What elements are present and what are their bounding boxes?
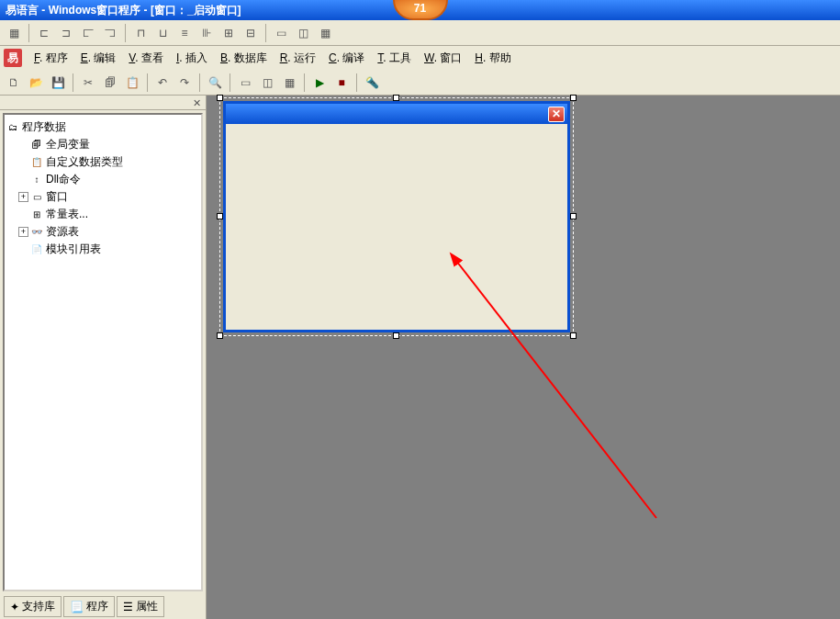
undo-icon[interactable]: ↶	[152, 73, 173, 93]
app-title: 易语言 - Windows窗口程序 - [窗口：_启动窗口]	[6, 3, 241, 18]
sidebar-close-icon[interactable]: ✕	[191, 97, 202, 108]
save-icon[interactable]: 💾	[48, 73, 68, 93]
tool-panel-icon[interactable]: ▦	[4, 23, 24, 43]
run-icon[interactable]: ▶	[309, 73, 330, 93]
menu-b[interactable]: B. 数据库	[214, 48, 274, 69]
layout3-icon[interactable]: ▦	[279, 73, 299, 93]
tree-item[interactable]: 🗐全局变量	[18, 136, 199, 153]
resize-handle-ne[interactable]	[570, 95, 577, 101]
tree-item[interactable]: 📋自定义数据类型	[18, 153, 199, 171]
menu-e[interactable]: E. 编辑	[74, 48, 123, 69]
form-titlebar[interactable]: ✕	[226, 104, 567, 124]
menu-t[interactable]: T. 工具	[371, 48, 418, 69]
app-logo-icon: 易	[4, 49, 22, 67]
tab-icon: ☰	[123, 601, 133, 613]
badge: 71	[393, 0, 448, 20]
side-tab[interactable]: ☰属性	[117, 596, 164, 617]
redo-icon[interactable]: ↷	[174, 73, 195, 93]
sidebar-tabs: ✦支持库📃程序☰属性	[0, 594, 206, 619]
tree-item-icon: ↕	[30, 174, 43, 186]
menu-c[interactable]: C. 编译	[322, 48, 371, 69]
tree-item[interactable]: 📄模块引用表	[18, 241, 199, 258]
tool-size-icon[interactable]: ⊞	[218, 23, 239, 43]
resize-handle-se[interactable]	[570, 332, 577, 339]
database-icon: 🗂	[6, 121, 19, 134]
tool-align-left-icon[interactable]: ⊏	[34, 23, 54, 43]
expand-icon[interactable]: +	[18, 192, 28, 202]
copy-icon[interactable]: 🗐	[100, 73, 120, 93]
resize-handle-n[interactable]	[393, 95, 399, 101]
tree-item-label: 全局变量	[46, 137, 90, 152]
tool-win1-icon[interactable]: ▭	[271, 23, 291, 43]
expand-icon[interactable]: +	[18, 227, 28, 237]
tree-item-label: 资源表	[46, 224, 79, 240]
cut-icon[interactable]: ✂	[78, 73, 98, 93]
tool-align-vcenter-icon[interactable]: ⫎	[100, 23, 120, 43]
side-tab[interactable]: 📃程序	[63, 596, 115, 617]
menu-h[interactable]: H. 帮助	[468, 48, 517, 69]
design-canvas[interactable]: ✕	[207, 96, 840, 619]
tool-align-top-icon[interactable]: ⊓	[130, 23, 151, 43]
tree-item-label: 窗口	[46, 189, 68, 205]
tree-item[interactable]: +▭窗口	[18, 188, 199, 206]
titlebar: 易语言 - Windows窗口程序 - [窗口：_启动窗口] 71	[0, 0, 840, 20]
sidebar-header: ✕	[0, 96, 206, 110]
paste-icon[interactable]: 📋	[122, 73, 142, 93]
tree-root[interactable]: 🗂 程序数据	[6, 118, 199, 136]
side-tab[interactable]: ✦支持库	[4, 596, 62, 617]
menu-r[interactable]: R. 运行	[274, 48, 322, 69]
form-designer-window[interactable]: ✕	[223, 101, 570, 332]
tool-size2-icon[interactable]: ⊟	[241, 23, 261, 43]
tool-win2-icon[interactable]: ◫	[293, 23, 313, 43]
menu-w[interactable]: W. 窗口	[418, 48, 468, 69]
tab-label: 属性	[136, 599, 158, 614]
tree-panel: 🗂 程序数据 🗐全局变量📋自定义数据类型↕Dll命令+▭窗口⊞常量表...+👓资…	[3, 113, 203, 591]
tree-item-icon: ⊞	[30, 208, 43, 221]
menu-i[interactable]: I. 插入	[170, 48, 214, 69]
open-icon[interactable]: 📂	[26, 73, 46, 93]
tree-item-icon: 🗐	[30, 139, 43, 152]
tree-item-label: 自定义数据类型	[46, 154, 123, 170]
stop-icon[interactable]: ■	[331, 73, 352, 93]
sidebar: ✕ 🗂 程序数据 🗐全局变量📋自定义数据类型↕Dll命令+▭窗口⊞常量表...+…	[0, 96, 207, 619]
new-icon[interactable]: 🗋	[4, 73, 24, 93]
tree-item-icon: ▭	[30, 191, 43, 204]
tool-win3-icon[interactable]: ▦	[315, 23, 335, 43]
tool-align-right-icon[interactable]: ⊐	[56, 23, 76, 43]
resize-handle-s[interactable]	[393, 332, 399, 339]
search-icon[interactable]: 🔦	[362, 73, 382, 93]
layout2-icon[interactable]: ◫	[257, 73, 277, 93]
tool-align-hcenter-icon[interactable]: ⫍	[78, 23, 98, 43]
resize-handle-sw[interactable]	[217, 332, 223, 339]
find-icon[interactable]: 🔍	[205, 73, 225, 93]
tree-item-label: 模块引用表	[46, 242, 101, 257]
tree-item-icon: 📄	[30, 243, 43, 256]
tab-icon: ✦	[10, 601, 19, 613]
toolbar-main: 🗋 📂 💾 ✂ 🗐 📋 ↶ ↷ 🔍 ▭ ◫ ▦ ▶ ■ 🔦	[0, 70, 840, 96]
menu-f[interactable]: F. 程序	[28, 48, 74, 69]
tool-dist-h-icon[interactable]: ≡	[174, 23, 195, 43]
resize-handle-e[interactable]	[570, 213, 577, 219]
tree-item-icon: 👓	[30, 226, 43, 239]
tree-item[interactable]: +👓资源表	[18, 223, 199, 241]
resize-handle-nw[interactable]	[217, 95, 223, 101]
tree-item-label: Dll命令	[46, 172, 81, 187]
form-close-icon[interactable]: ✕	[548, 107, 565, 122]
tree-item[interactable]: ↕Dll命令	[18, 171, 199, 188]
tab-icon: 📃	[70, 601, 84, 613]
menubar: 易 F. 程序E. 编辑V. 查看I. 插入B. 数据库R. 运行C. 编译T.…	[0, 46, 840, 70]
tree-item-label: 常量表...	[46, 207, 88, 222]
tool-align-bottom-icon[interactable]: ⊔	[152, 23, 173, 43]
resize-handle-w[interactable]	[217, 213, 223, 219]
tab-label: 支持库	[22, 599, 55, 614]
layout1-icon[interactable]: ▭	[235, 73, 255, 93]
tree-item-icon: 📋	[30, 156, 43, 169]
tool-dist-v-icon[interactable]: ⊪	[196, 23, 217, 43]
form-body[interactable]	[226, 124, 567, 330]
tree-item[interactable]: ⊞常量表...	[18, 206, 199, 223]
menu-v[interactable]: V. 查看	[122, 48, 170, 69]
tab-label: 程序	[86, 599, 108, 614]
toolbar-panels: ▦ ⊏ ⊐ ⫍ ⫎ ⊓ ⊔ ≡ ⊪ ⊞ ⊟ ▭ ◫ ▦	[0, 20, 840, 46]
tree-root-label: 程序数据	[22, 119, 66, 135]
